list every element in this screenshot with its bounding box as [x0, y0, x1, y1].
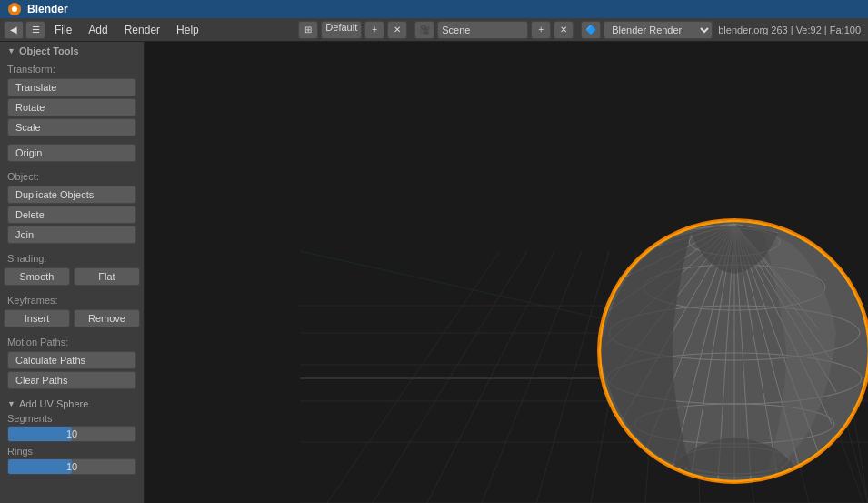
keyframes-label: Keyframes:: [0, 291, 144, 307]
remove-button[interactable]: Remove: [74, 309, 140, 327]
grid-canvas: [145, 42, 868, 503]
flat-button[interactable]: Flat: [74, 267, 140, 286]
viewport[interactable]: User Persp: [145, 42, 868, 503]
layout-close-btn[interactable]: ✕: [387, 21, 407, 39]
layout-add-btn[interactable]: +: [364, 21, 384, 39]
insert-button[interactable]: Insert: [4, 309, 70, 327]
scale-button[interactable]: Scale: [7, 118, 136, 136]
segments-label: Segments: [0, 411, 144, 424]
smooth-button[interactable]: Smooth: [4, 267, 70, 286]
shading-label: Shading:: [0, 249, 144, 266]
menu-bar: ◀ ☰ File Add Render Help ⊞ Default + ✕ 🎥…: [0, 18, 868, 42]
scene-add-btn[interactable]: +: [531, 21, 551, 39]
nav-back-btn[interactable]: ◀: [4, 21, 24, 39]
camera-icon[interactable]: 🎥: [414, 21, 434, 39]
menu-file[interactable]: File: [47, 21, 79, 39]
menu-help[interactable]: Help: [169, 21, 206, 39]
origin-button[interactable]: Origin: [7, 144, 136, 162]
translate-button[interactable]: Translate: [7, 78, 136, 96]
clear-paths-button[interactable]: Clear Paths: [7, 371, 136, 389]
segments-slider[interactable]: 10: [7, 426, 136, 442]
title-bar: Blender: [0, 0, 868, 18]
blender-icon: [7, 2, 22, 16]
object-label: Object:: [0, 167, 144, 184]
layout-dropdown[interactable]: Default: [321, 21, 362, 39]
title-text: Blender: [27, 3, 68, 15]
nav-menu-btn[interactable]: ☰: [25, 21, 45, 39]
menu-add[interactable]: Add: [81, 21, 115, 39]
scene-close-btn[interactable]: ✕: [554, 21, 574, 39]
add-uv-sphere-title: Add UV Sphere: [0, 395, 144, 411]
panel-title: Object Tools: [0, 42, 144, 60]
keyframes-buttons: Insert Remove: [0, 309, 144, 327]
left-panel: Object Tools Transform: Translate Rotate…: [0, 42, 145, 503]
duplicate-objects-button[interactable]: Duplicate Objects: [7, 186, 136, 204]
svg-point-1: [12, 6, 17, 12]
info-text: blender.org 263 | Ve:92 | Fa:100: [714, 25, 864, 35]
join-button[interactable]: Join: [7, 226, 136, 244]
shading-buttons: Smooth Flat: [0, 267, 144, 286]
rings-slider[interactable]: 10: [7, 458, 136, 475]
delete-button[interactable]: Delete: [7, 206, 136, 224]
calculate-paths-button[interactable]: Calculate Paths: [7, 351, 136, 369]
render-engine-select[interactable]: Blender Render: [604, 21, 713, 39]
scene-dropdown[interactable]: Scene: [437, 21, 528, 39]
transform-label: Transform:: [0, 60, 144, 76]
motion-paths-label: Motion Paths:: [0, 333, 144, 349]
main-layout: Object Tools Transform: Translate Rotate…: [0, 42, 868, 503]
menu-render[interactable]: Render: [117, 21, 167, 39]
rings-label: Rings: [0, 444, 144, 457]
render-icon[interactable]: 🔷: [581, 21, 601, 39]
rotate-button[interactable]: Rotate: [7, 98, 136, 116]
layout-grid-icon[interactable]: ⊞: [298, 21, 318, 39]
